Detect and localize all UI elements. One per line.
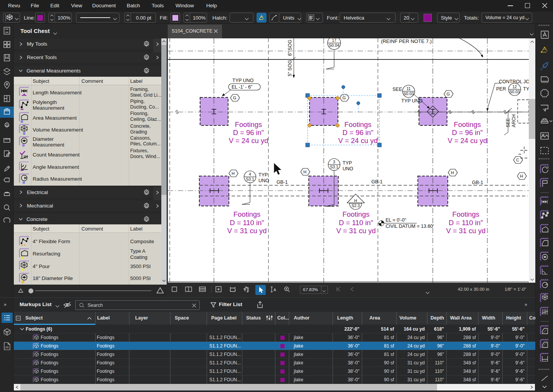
svg-text:G: G	[233, 96, 237, 100]
svg-text:D = 96 in": D = 96 in"	[233, 128, 264, 137]
svg-text:V = 24 cu yd: V = 24 cu yd	[448, 137, 487, 145]
svg-text:H: H	[451, 170, 454, 175]
svg-text:12: 12	[512, 84, 517, 89]
svg-text:H: H	[520, 174, 523, 178]
svg-text:PER: PER	[496, 86, 506, 92]
svg-text:V = 31 cu yd: V = 31 cu yd	[336, 227, 376, 235]
svg-text:V = 24 cu yd: V = 24 cu yd	[338, 137, 378, 145]
svg-text:GB-1: GB-1	[371, 179, 382, 184]
svg-text:SEE: SEE	[392, 87, 402, 92]
svg-text:TYP: TYP	[258, 172, 268, 178]
svg-text:Footings: Footings	[344, 120, 372, 128]
svg-text:H: H	[303, 170, 306, 174]
svg-text:Footings: Footings	[452, 210, 480, 218]
svg-text:4: 4	[249, 172, 251, 176]
svg-text:G: G	[343, 96, 346, 100]
svg-text:D = 110 in": D = 110 in"	[230, 219, 264, 227]
svg-text:EL -1' - 6": EL -1' - 6"	[232, 84, 252, 90]
svg-text:CONTROL JOI: CONTROL JOI	[499, 79, 529, 84]
svg-text:17: 17	[332, 38, 336, 43]
svg-text:S3.1: S3.1	[330, 165, 338, 169]
svg-text:Footings: Footings	[235, 120, 262, 128]
svg-text:TY: TY	[523, 86, 529, 92]
svg-text:S0.03: S0.03	[403, 91, 414, 96]
svg-text:D = 96 in": D = 96 in"	[452, 128, 483, 137]
svg-text:D = 96 in": D = 96 in"	[343, 128, 374, 137]
svg-text:D = 110 in": D = 110 in"	[339, 219, 373, 227]
svg-text:V = 31 cu yd: V = 31 cu yd	[227, 227, 267, 235]
svg-text:5" SOG: 5" SOG	[287, 60, 293, 76]
svg-text:TYP UNO: TYP UNO	[232, 78, 254, 83]
svg-text:UNO: UNO	[343, 166, 353, 171]
svg-text:JS: JS	[5, 346, 8, 349]
svg-text:TYP UNO: TYP UNO	[401, 98, 423, 104]
svg-text:V = 24 cu yd: V = 24 cu yd	[229, 137, 268, 145]
svg-text:(REINF PER NOTE 7.): (REINF PER NOTE 7.)	[381, 38, 432, 44]
svg-text:11: 11	[407, 86, 411, 91]
svg-text:Footings: Footings	[454, 120, 481, 128]
svg-text:V = 31 cu yd: V = 31 cu yd	[446, 227, 486, 235]
svg-text:S3.1: S3.1	[246, 177, 254, 181]
svg-text:G: G	[447, 92, 450, 96]
svg-text:GB-1: GB-1	[472, 180, 483, 185]
svg-text:6" SOG: 6" SOG	[287, 40, 293, 56]
svg-text:C: C	[516, 158, 519, 162]
svg-text:H: H	[354, 198, 357, 203]
svg-text:3: 3	[333, 160, 335, 164]
svg-text:3D: 3D	[5, 331, 9, 334]
svg-text:TYP: TYP	[343, 160, 352, 166]
svg-text:CIVIL DATUM = 13.60': CIVIL DATUM = 13.60'	[386, 224, 434, 229]
svg-text:D = 110 in": D = 110 in"	[449, 219, 483, 227]
svg-text:EL = 0'-0": EL = 0'-0"	[386, 217, 406, 223]
svg-text:Footings: Footings	[233, 210, 261, 218]
svg-text:GB-1: GB-1	[276, 180, 288, 185]
svg-text:ARCH: ARCH	[511, 114, 517, 127]
svg-text:UNO: UNO	[258, 178, 269, 183]
svg-text:H: H	[232, 171, 235, 176]
svg-text:Footings: Footings	[343, 210, 370, 218]
svg-text:S0.03: S0.03	[509, 89, 520, 94]
svg-text:S2.3: S2.3	[351, 203, 360, 208]
svg-text:S0.04: S0.04	[329, 43, 339, 48]
